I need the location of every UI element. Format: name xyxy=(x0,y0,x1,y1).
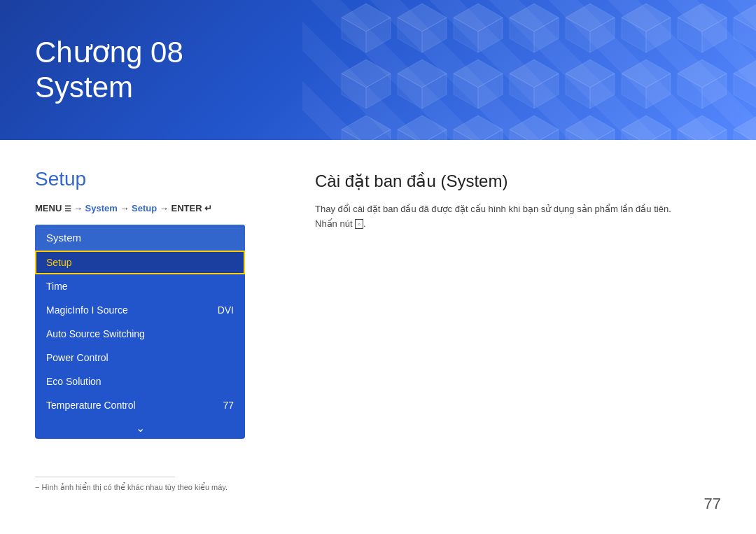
menu-item-eco-solution[interactable]: Eco Solution xyxy=(35,370,245,393)
menu-icon: ☰ xyxy=(64,204,74,213)
cube-pattern xyxy=(340,0,756,140)
menu-item-magicinfo[interactable]: MagicInfo I Source DVI xyxy=(35,298,245,322)
menu-panel: System Setup Time MagicInfo I Source DVI xyxy=(35,225,245,439)
menu-item-time-label: Time xyxy=(46,281,68,292)
menu-items: Setup Time MagicInfo I Source DVI Auto S… xyxy=(35,251,245,439)
footer-note: − Hình ảnh hiển thị có thể khác nhau tùy… xyxy=(35,483,721,492)
menu-item-auto-source-label: Auto Source Switching xyxy=(46,328,145,339)
section-title: Setup xyxy=(35,168,273,190)
breadcrumb-arrow1: → xyxy=(74,203,83,213)
header-banner: Chương 08 System xyxy=(0,0,756,140)
breadcrumb-arrow2: → xyxy=(120,203,129,213)
breadcrumb-arrow3: → xyxy=(160,203,169,213)
menu-item-temp-control-label: Temperature Control xyxy=(46,400,136,411)
content-title: Cài đặt ban đầu (System) xyxy=(315,171,721,191)
menu-header: System xyxy=(35,225,245,251)
main-content: Setup MENU ☰ → System → Setup → ENTER ↵ … xyxy=(0,140,756,453)
header-title: Chương 08 System xyxy=(35,35,183,106)
chevron-down-icon[interactable]: ⌄ xyxy=(35,417,245,439)
menu-item-magicinfo-value: DVI xyxy=(218,304,234,316)
right-panel: Cài đặt ban đầu (System) Thay đổi cài đặ… xyxy=(315,168,721,439)
menu-item-auto-source[interactable]: Auto Source Switching xyxy=(35,322,245,346)
menu-item-setup[interactable]: Setup xyxy=(35,251,245,274)
svg-rect-3 xyxy=(340,0,756,140)
menu-item-temp-control-value: 77 xyxy=(223,400,234,411)
menu-item-time[interactable]: Time xyxy=(35,274,245,298)
breadcrumb-menu: MENU xyxy=(35,203,62,213)
enter-icon: ↵ xyxy=(204,203,212,213)
menu-item-power-control-label: Power Control xyxy=(46,352,108,363)
breadcrumb-system: System xyxy=(85,203,118,213)
page-number: 77 xyxy=(704,495,721,513)
content-desc-line2: Nhấn nút ◦. xyxy=(315,217,721,232)
left-panel: Setup MENU ☰ → System → Setup → ENTER ↵ … xyxy=(35,168,273,439)
footer: − Hình ảnh hiển thị có thể khác nhau tùy… xyxy=(35,477,721,492)
menu-item-temp-control[interactable]: Temperature Control 77 xyxy=(35,393,245,417)
menu-item-power-control[interactable]: Power Control xyxy=(35,346,245,370)
content-desc-line1: Thay đổi cài đặt ban đầu đã được đặt cấu… xyxy=(315,202,721,217)
menu-item-magicinfo-label: MagicInfo I Source xyxy=(46,304,128,316)
menu-item-setup-label: Setup xyxy=(46,257,72,268)
footer-divider xyxy=(35,477,175,477)
breadcrumb: MENU ☰ → System → Setup → ENTER ↵ xyxy=(35,203,273,213)
menu-item-eco-solution-label: Eco Solution xyxy=(46,376,102,387)
chapter-text: Chương 08 xyxy=(35,36,183,69)
breadcrumb-enter: ENTER xyxy=(171,203,202,213)
system-text: System xyxy=(35,71,133,104)
breadcrumb-setup: Setup xyxy=(132,203,157,213)
